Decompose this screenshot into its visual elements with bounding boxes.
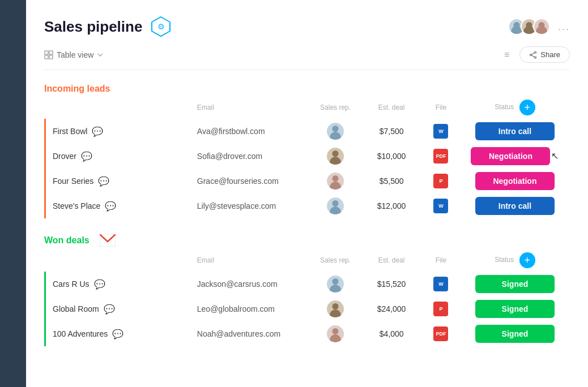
col-sales-rep: Sales rep.: [309, 96, 361, 119]
status-button[interactable]: Signed: [475, 300, 555, 318]
won-col-est-deal: Est. deal: [362, 249, 421, 272]
file-badge[interactable]: P: [433, 174, 448, 188]
svg-rect-2: [45, 51, 48, 54]
gmail-icon: [100, 234, 116, 247]
status-button[interactable]: Intro call: [475, 122, 555, 140]
file-cell[interactable]: P: [421, 296, 461, 321]
status-cell: Signed: [461, 296, 569, 321]
lead-email: Noah@adventures.com: [190, 321, 309, 346]
status-button[interactable]: Negotiation: [475, 172, 555, 190]
file-cell[interactable]: P: [421, 169, 461, 194]
col-status: Status +: [461, 96, 569, 119]
rep-avatar: [327, 276, 344, 293]
col-email: Email: [190, 96, 309, 119]
table-row: Cars R Us 💬 Jackson@carsrus.com$15,520WS…: [45, 272, 569, 296]
chat-icon[interactable]: 💬: [105, 201, 116, 212]
file-badge[interactable]: W: [433, 277, 448, 291]
lead-name: Steve's Place 💬: [53, 201, 184, 212]
chat-icon[interactable]: 💬: [104, 304, 115, 315]
chevron-down-icon: [97, 51, 104, 58]
lead-email: Ava@firstbowl.com: [190, 119, 309, 144]
svg-line-10: [532, 55, 535, 57]
status-cell: Signed: [461, 272, 569, 296]
lead-name: 100 Adventures 💬: [53, 329, 184, 339]
won-col-file: File: [421, 249, 461, 272]
won-deals-table: Email Sales rep. Est. deal File Status +…: [44, 249, 570, 346]
chat-icon[interactable]: 💬: [92, 126, 103, 137]
table-view-button[interactable]: Table view: [44, 50, 104, 59]
file-cell[interactable]: PDF: [421, 321, 461, 346]
lead-email: Lily@stevesplace.com: [190, 194, 309, 218]
won-col-email: Email: [190, 249, 309, 272]
chat-icon[interactable]: 💬: [98, 176, 109, 187]
lead-name: Cars R Us 💬: [53, 279, 184, 290]
add-incoming-col-button[interactable]: +: [519, 100, 535, 115]
col-est-deal: Est. deal: [362, 96, 421, 119]
rep-avatar: [327, 325, 344, 342]
file-badge[interactable]: W: [433, 199, 448, 213]
status-button[interactable]: Negotiation: [471, 147, 550, 165]
table-row: First Bowl 💬 Ava@firstbowl.com$7,500WInt…: [45, 119, 569, 144]
share-label: Share: [540, 50, 560, 59]
rep-avatar: [327, 123, 344, 140]
filter-icon[interactable]: ≡: [504, 50, 509, 60]
chat-icon[interactable]: 💬: [94, 279, 105, 290]
col-file: File: [421, 96, 461, 119]
sales-rep-cell: [309, 321, 361, 346]
rep-avatar: [327, 300, 344, 317]
file-cell[interactable]: W: [421, 194, 461, 218]
status-cell: Negotiation: [461, 169, 569, 194]
file-badge[interactable]: PDF: [433, 326, 448, 341]
status-button[interactable]: Signed: [475, 275, 555, 293]
incoming-leads-body: First Bowl 💬 Ava@firstbowl.com$7,500WInt…: [45, 119, 569, 218]
status-cell: Intro call: [461, 119, 569, 144]
status-button[interactable]: Intro call: [475, 197, 555, 215]
est-deal: $24,000: [362, 296, 421, 321]
share-button[interactable]: Share: [519, 46, 570, 63]
won-col-status: Status +: [461, 249, 569, 272]
file-cell[interactable]: W: [421, 272, 461, 296]
lead-name: Global Room 💬: [53, 304, 184, 315]
est-deal: $4,000: [362, 321, 421, 346]
add-won-col-button[interactable]: +: [519, 252, 535, 268]
svg-rect-4: [45, 55, 48, 59]
chat-icon[interactable]: 💬: [81, 151, 92, 162]
table-row: Drover 💬 Sofia@drover.com$10,000PDFNegot…: [45, 144, 569, 169]
status-button[interactable]: Signed: [475, 325, 555, 343]
file-badge[interactable]: W: [433, 124, 448, 139]
incoming-leads-header: Incoming leads: [44, 84, 570, 94]
file-cell[interactable]: W: [421, 119, 461, 144]
rep-avatar: [327, 173, 344, 190]
incoming-leads-title: Incoming leads: [44, 84, 110, 94]
header: Sales pipeline ⚙ ...: [44, 16, 570, 37]
table-row: Steve's Place 💬 Lily@stevesplace.com$12,…: [45, 194, 569, 218]
hex-icon[interactable]: ⚙: [150, 16, 172, 37]
lead-name: Drover 💬: [53, 151, 184, 162]
rep-avatar: [327, 148, 344, 165]
sales-rep-cell: [309, 169, 361, 194]
svg-rect-3: [49, 51, 53, 54]
svg-rect-5: [49, 55, 53, 59]
est-deal: $12,000: [362, 194, 421, 218]
lead-name: First Bowl 💬: [53, 126, 184, 137]
chat-icon[interactable]: 💬: [112, 329, 123, 339]
file-cell[interactable]: PDF: [421, 144, 461, 169]
lead-email: Leo@globalroom.com: [190, 296, 309, 321]
file-badge[interactable]: P: [433, 302, 448, 316]
lead-name: Four Series 💬: [53, 176, 184, 187]
won-col-sales-rep: Sales rep.: [309, 249, 361, 272]
svg-point-8: [530, 54, 532, 55]
table-row: Global Room 💬 Leo@globalroom.com$24,000P…: [45, 296, 569, 321]
more-menu-button[interactable]: ...: [558, 21, 570, 33]
won-deals-title: Won deals: [44, 235, 90, 246]
sidebar: [0, 0, 26, 387]
lead-email: Grace@fourseries.com: [190, 169, 309, 194]
file-badge[interactable]: PDF: [433, 149, 448, 164]
svg-point-6: [535, 51, 536, 53]
svg-text:⚙: ⚙: [157, 22, 165, 31]
table-row: Four Series 💬 Grace@fourseries.com$5,500…: [45, 169, 569, 194]
header-left: Sales pipeline ⚙: [44, 16, 172, 37]
table-view-label: Table view: [57, 50, 93, 59]
status-cell: Intro call: [461, 194, 569, 218]
lead-email: Sofia@drover.com: [190, 144, 309, 169]
